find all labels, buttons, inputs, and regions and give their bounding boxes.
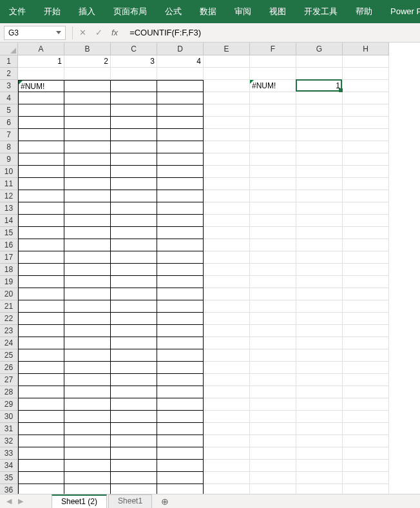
cell[interactable]	[204, 460, 250, 472]
cell[interactable]	[18, 484, 64, 494]
cell[interactable]	[64, 166, 111, 178]
cell[interactable]	[250, 288, 296, 300]
cell[interactable]: 3	[111, 55, 157, 68]
cell[interactable]	[343, 288, 389, 300]
cell[interactable]	[64, 190, 111, 202]
cell[interactable]	[204, 215, 250, 227]
column-header[interactable]: H	[343, 43, 389, 55]
ribbon-tab[interactable]: 插入	[70, 0, 104, 23]
cell[interactable]	[296, 435, 343, 447]
cell[interactable]	[18, 264, 64, 276]
cell[interactable]	[111, 362, 157, 374]
cell[interactable]	[250, 68, 296, 80]
row-header[interactable]: 1	[0, 55, 18, 68]
cell[interactable]	[111, 313, 157, 325]
cell[interactable]	[111, 398, 157, 411]
row-header[interactable]: 13	[0, 202, 18, 215]
cell[interactable]	[343, 313, 389, 325]
cell[interactable]	[250, 362, 296, 374]
cell[interactable]	[18, 362, 64, 374]
cell[interactable]	[111, 325, 157, 337]
cell[interactable]	[157, 104, 204, 117]
cell[interactable]	[343, 202, 389, 215]
cell[interactable]	[250, 313, 296, 325]
cell[interactable]	[343, 215, 389, 227]
cell[interactable]	[64, 300, 111, 313]
cell[interactable]	[343, 55, 389, 68]
cell[interactable]	[296, 129, 343, 141]
cell[interactable]	[296, 460, 343, 472]
cell[interactable]	[64, 215, 111, 227]
cell[interactable]	[250, 215, 296, 227]
cell[interactable]	[250, 398, 296, 411]
add-sheet-icon[interactable]: ⊕	[158, 495, 171, 508]
cell[interactable]: 1	[296, 80, 343, 92]
row-header[interactable]: 23	[0, 325, 18, 337]
cell[interactable]	[296, 68, 343, 80]
cell[interactable]	[157, 349, 204, 362]
cell[interactable]	[18, 423, 64, 435]
cell[interactable]	[111, 472, 157, 484]
cell[interactable]	[111, 80, 157, 92]
cell[interactable]	[250, 411, 296, 423]
row-header[interactable]: 21	[0, 300, 18, 313]
cell[interactable]	[250, 178, 296, 190]
ribbon-tab[interactable]: Power Pivot	[381, 0, 420, 23]
select-all-corner[interactable]	[0, 43, 18, 55]
cell[interactable]	[250, 190, 296, 202]
cell[interactable]	[157, 472, 204, 484]
cell[interactable]	[343, 411, 389, 423]
cell[interactable]	[343, 178, 389, 190]
cell[interactable]	[204, 337, 250, 349]
cell[interactable]	[204, 423, 250, 435]
row-header[interactable]: 34	[0, 460, 18, 472]
cell[interactable]	[343, 349, 389, 362]
row-header[interactable]: 35	[0, 472, 18, 484]
cell[interactable]	[111, 153, 157, 166]
ribbon-tab[interactable]: 文件	[0, 0, 35, 23]
cell[interactable]	[296, 337, 343, 349]
cell[interactable]	[250, 55, 296, 68]
cell[interactable]	[111, 166, 157, 178]
cell[interactable]	[296, 362, 343, 374]
cell[interactable]	[64, 288, 111, 300]
cell[interactable]	[64, 349, 111, 362]
cell[interactable]	[204, 239, 250, 251]
cell[interactable]	[111, 276, 157, 288]
cell[interactable]	[343, 362, 389, 374]
cell[interactable]	[64, 153, 111, 166]
cell[interactable]	[111, 374, 157, 386]
cell[interactable]	[250, 460, 296, 472]
cell[interactable]	[157, 129, 204, 141]
cell[interactable]	[18, 202, 64, 215]
cell[interactable]	[296, 300, 343, 313]
cell[interactable]	[296, 251, 343, 264]
cell[interactable]	[204, 288, 250, 300]
cell[interactable]	[64, 386, 111, 398]
cell[interactable]	[250, 104, 296, 117]
cell[interactable]	[157, 288, 204, 300]
cell[interactable]	[18, 166, 64, 178]
cell[interactable]	[204, 251, 250, 264]
cell[interactable]	[111, 117, 157, 129]
cell[interactable]	[157, 190, 204, 202]
cell[interactable]	[64, 435, 111, 447]
ribbon-tab[interactable]: 公式	[156, 0, 191, 23]
cell[interactable]	[64, 104, 111, 117]
cell[interactable]	[296, 153, 343, 166]
cell[interactable]	[343, 80, 389, 92]
row-header[interactable]: 15	[0, 227, 18, 239]
cell[interactable]	[204, 104, 250, 117]
cell[interactable]	[18, 460, 64, 472]
column-header[interactable]: C	[111, 43, 157, 55]
row-header[interactable]: 22	[0, 313, 18, 325]
cell[interactable]	[343, 264, 389, 276]
cell[interactable]	[343, 190, 389, 202]
cell[interactable]	[18, 398, 64, 411]
cell[interactable]	[157, 227, 204, 239]
row-header[interactable]: 36	[0, 484, 18, 494]
cell[interactable]	[157, 264, 204, 276]
cell[interactable]	[250, 166, 296, 178]
cell[interactable]	[111, 92, 157, 104]
cell[interactable]	[18, 92, 64, 104]
